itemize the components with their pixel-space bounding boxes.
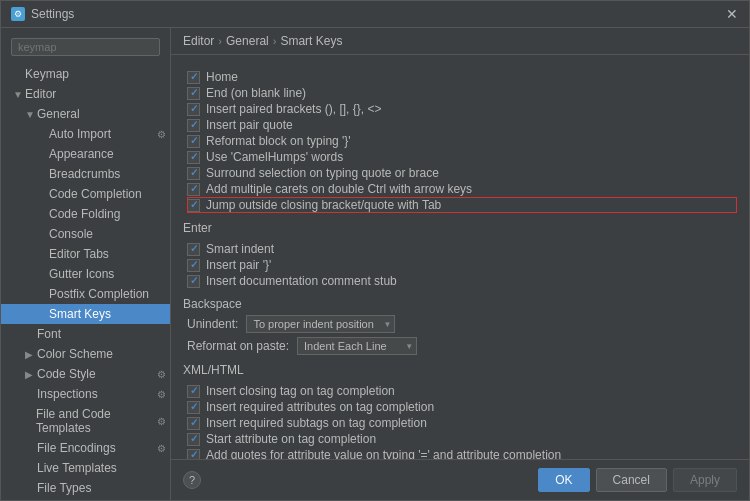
checkbox-camelhumps-cb[interactable] (187, 151, 200, 164)
checkbox-add-multiple-carets-label: Add multiple carets on double Ctrl with … (206, 182, 472, 196)
checkbox-reformat-block: Reformat block on typing '}' (187, 133, 737, 149)
checkbox-reformat-block-cb[interactable] (187, 135, 200, 148)
footer: ? OK Cancel Apply (171, 459, 749, 500)
cancel-button[interactable]: Cancel (596, 468, 667, 492)
arrow-general (25, 109, 37, 120)
checkbox-insert-closing-tag-cb[interactable] (187, 385, 200, 398)
xmlhtml-checkboxes-group: Insert closing tag on tag completion Ins… (183, 383, 737, 459)
sidebar-item-label: Appearance (49, 147, 114, 161)
checkbox-home-label: Home (206, 70, 238, 84)
checkbox-insert-pair-brace-cb[interactable] (187, 259, 200, 272)
backspace-section-label: Backspace (183, 297, 737, 311)
sidebar-item-label: File Types (37, 481, 91, 495)
checkbox-start-attr-cb[interactable] (187, 433, 200, 446)
sidebar-item-label: Postfix Completion (49, 287, 149, 301)
sidebar-item-console[interactable]: Console (1, 224, 170, 244)
sidebar-item-postfix-completion[interactable]: Postfix Completion (1, 284, 170, 304)
checkbox-surround-cb[interactable] (187, 167, 200, 180)
checkbox-insert-required-subtags-label: Insert required subtags on tag completio… (206, 416, 427, 430)
checkbox-surround: Surround selection on typing quote or br… (187, 165, 737, 181)
ok-button[interactable]: OK (538, 468, 589, 492)
checkbox-reformat-block-label: Reformat block on typing '}' (206, 134, 351, 148)
checkbox-smart-indent-cb[interactable] (187, 243, 200, 256)
sidebar-item-breadcrumbs[interactable]: Breadcrumbs (1, 164, 170, 184)
arrow-color-scheme (25, 349, 37, 360)
reformat-select[interactable]: Indent Each Line Reformat Block None (297, 337, 417, 355)
checkbox-insert-pair-quote-label: Insert pair quote (206, 118, 293, 132)
checkbox-insert-required-attrs-cb[interactable] (187, 401, 200, 414)
sidebar-item-live-templates[interactable]: Live Templates (1, 458, 170, 478)
sidebar-item-code-style[interactable]: Code Style ⚙ (1, 364, 170, 384)
sidebar-item-label: File and Code Templates (36, 407, 157, 435)
checkbox-jump-outside: Jump outside closing bracket/quote with … (187, 197, 737, 213)
enter-checkboxes-group: Smart indent Insert pair '}' Insert docu… (183, 241, 737, 289)
breadcrumb-part-2: General (226, 34, 269, 48)
checkbox-start-attr: Start attribute on tag completion (187, 431, 737, 447)
sidebar-item-label: Console (49, 227, 93, 241)
sidebar-item-smart-keys[interactable]: Smart Keys (1, 304, 170, 324)
checkbox-insert-pair-quote-cb[interactable] (187, 119, 200, 132)
sidebar-item-inspections[interactable]: Inspections ⚙ (1, 384, 170, 404)
checkbox-jump-outside-cb[interactable] (187, 199, 200, 212)
enter-section-label: Enter (183, 221, 737, 235)
checkbox-insert-doc-comment-label: Insert documentation comment stub (206, 274, 397, 288)
checkbox-insert-required-subtags-cb[interactable] (187, 417, 200, 430)
main-content: Keymap Editor General (1, 28, 749, 500)
sidebar-item-android-layout-editor[interactable]: Android Layout Editor (1, 498, 170, 500)
sidebar-item-file-encodings[interactable]: File Encodings ⚙ (1, 438, 170, 458)
sidebar-item-gutter-icons[interactable]: Gutter Icons (1, 264, 170, 284)
sidebar-item-auto-import[interactable]: Auto Import ⚙ (1, 124, 170, 144)
sidebar-item-font[interactable]: Font (1, 324, 170, 344)
xmlhtml-section-label: XML/HTML (183, 363, 737, 377)
breadcrumb-sep-1: › (218, 35, 222, 47)
checkbox-insert-required-attrs-label: Insert required attributes on tag comple… (206, 400, 434, 414)
arrow-code-style (25, 369, 37, 380)
sidebar-item-general[interactable]: General (1, 104, 170, 124)
checkbox-insert-paired: Insert paired brackets (), [], {}, <> (187, 101, 737, 117)
checkbox-end-blank-cb[interactable] (187, 87, 200, 100)
sidebar-item-code-completion[interactable]: Code Completion (1, 184, 170, 204)
close-button[interactable]: ✕ (725, 7, 739, 21)
checkbox-add-multiple-carets-cb[interactable] (187, 183, 200, 196)
sidebar-item-label: Color Scheme (37, 347, 113, 361)
checkbox-add-quotes-attr-cb[interactable] (187, 449, 200, 460)
search-input[interactable] (11, 38, 160, 56)
sidebar-item-label: General (37, 107, 80, 121)
arrow-editor (13, 89, 25, 100)
sidebar-item-label: Breadcrumbs (49, 167, 120, 181)
checkbox-insert-pair-brace-label: Insert pair '}' (206, 258, 271, 272)
checkbox-insert-doc-comment-cb[interactable] (187, 275, 200, 288)
sidebar-item-color-scheme[interactable]: Color Scheme (1, 344, 170, 364)
checkbox-insert-closing-tag-label: Insert closing tag on tag completion (206, 384, 395, 398)
search-box (5, 34, 166, 60)
apply-button[interactable]: Apply (673, 468, 737, 492)
checkbox-add-multiple-carets: Add multiple carets on double Ctrl with … (187, 181, 737, 197)
unindent-select-wrapper: To proper indent position To nearest tab… (246, 315, 395, 333)
sidebar-item-file-types[interactable]: File Types (1, 478, 170, 498)
gear-icon: ⚙ (157, 443, 166, 454)
sidebar-item-editor[interactable]: Editor (1, 84, 170, 104)
sidebar-item-label: Editor (25, 87, 56, 101)
dialog-title: Settings (31, 7, 74, 21)
sidebar-item-code-folding[interactable]: Code Folding (1, 204, 170, 224)
checkbox-home-cb[interactable] (187, 71, 200, 84)
sidebar-item-label: Auto Import (49, 127, 111, 141)
sidebar-item-editor-tabs[interactable]: Editor Tabs (1, 244, 170, 264)
checkbox-add-quotes-attr: Add quotes for attribute value on typing… (187, 447, 737, 459)
checkbox-jump-outside-label: Jump outside closing bracket/quote with … (206, 198, 441, 212)
checkbox-insert-paired-cb[interactable] (187, 103, 200, 116)
unindent-select[interactable]: To proper indent position To nearest tab… (246, 315, 395, 333)
checkbox-insert-doc-comment: Insert documentation comment stub (187, 273, 737, 289)
sidebar-item-appearance[interactable]: Appearance (1, 144, 170, 164)
sidebar-item-file-code-templates[interactable]: File and Code Templates ⚙ (1, 404, 170, 438)
checkbox-surround-label: Surround selection on typing quote or br… (206, 166, 439, 180)
help-button[interactable]: ? (183, 471, 201, 489)
gear-icon: ⚙ (157, 389, 166, 400)
sidebar-item-label: Live Templates (37, 461, 117, 475)
checkbox-end-blank-label: End (on blank line) (206, 86, 306, 100)
sidebar-item-label: Editor Tabs (49, 247, 109, 261)
sidebar-item-label: Code Style (37, 367, 96, 381)
breadcrumb-part-1: Editor (183, 34, 214, 48)
sidebar-item-keymap[interactable]: Keymap (1, 64, 170, 84)
dialog-icon: ⚙ (11, 7, 25, 21)
